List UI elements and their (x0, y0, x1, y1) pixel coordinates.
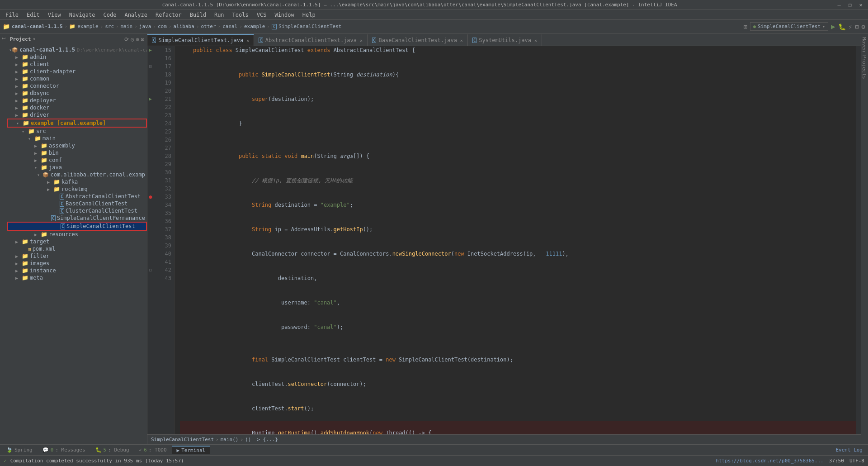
breadcrumb-canal[interactable]: canal (222, 24, 237, 29)
close-button[interactable]: ✕ (857, 2, 864, 8)
tree-item-src[interactable]: ▾ 📁 src (7, 128, 147, 135)
breadcrumb-alibaba[interactable]: alibaba (173, 24, 194, 29)
bottom-tab-terminal[interactable]: ▶ Terminal (172, 446, 210, 454)
tree-item-java[interactable]: ▾ 📁 java (7, 164, 147, 171)
run-config-name[interactable]: SimpleCanalClientTest (758, 24, 821, 29)
run-config-dropdown[interactable]: ▾ (822, 24, 825, 29)
expand-icon[interactable]: ⊡ (141, 36, 144, 43)
settings-icon[interactable]: ⚙ (136, 36, 139, 43)
debug-button[interactable]: 🐛 (838, 23, 846, 30)
breadcrumb-example2[interactable]: example (244, 24, 265, 29)
breadcrumb-lambda[interactable]: () -> {...} (245, 437, 278, 442)
tree-item-filter[interactable]: ▶ 📁 filter (7, 252, 147, 260)
menu-refactor[interactable]: Refactor (152, 11, 185, 19)
tree-item-images[interactable]: ▶ 📁 images (7, 260, 147, 267)
menu-window[interactable]: Window (271, 11, 297, 19)
menu-navigate[interactable]: Navigate (66, 11, 99, 19)
tab-abstract[interactable]: C AbstractCanalClientTest.java ✕ (254, 34, 368, 46)
tree-item-example[interactable]: ▾ 📁 example [canal.example] (7, 119, 147, 128)
tree-item-simple[interactable]: C SimpleCanalClientTest (7, 222, 147, 231)
bottom-tab-todo[interactable]: ✓ 6 : TODO (135, 446, 171, 454)
status-encoding[interactable]: UTF-8 (849, 458, 864, 464)
toolbar-icon-grid[interactable]: ⊞ (743, 23, 747, 30)
tree-item-abstract[interactable]: C AbstractCanalClientTest (7, 193, 147, 200)
project-dropdown[interactable]: ▾ (33, 36, 36, 42)
tree-item-assembly[interactable]: ▶ 📁 assembly (7, 142, 147, 149)
tree-item-meta[interactable]: ▶ 📁 meta (7, 274, 147, 281)
minimize-button[interactable]: — (835, 2, 843, 8)
editor-scrollbar[interactable] (856, 46, 861, 434)
more-run-button[interactable]: ⊞ (855, 23, 859, 30)
tab-close-abstract[interactable]: ✕ (360, 38, 363, 43)
tree-item-target[interactable]: ▶ 📁 target (7, 238, 147, 245)
event-log-button[interactable]: Event Log (832, 446, 866, 454)
tree-item-connector[interactable]: ▶ 📁 connector (7, 82, 147, 90)
tree-item-cluster[interactable]: C ClusterCanalClientTest (7, 207, 147, 214)
tree-item-docker[interactable]: ▶ 📁 docker (7, 104, 147, 111)
status-url[interactable]: https://blog.csdn.net/p00_3758365... (716, 458, 823, 464)
tab-close-simple[interactable]: ✕ (246, 38, 249, 43)
breadcrumb-project[interactable]: canal-canal-1.1.5 (12, 24, 63, 29)
tab-close-system[interactable]: ✕ (534, 38, 537, 43)
tree-root[interactable]: ▾ 📦 canal-canal-1.1.5 D:\work\ennwork\ca… (7, 46, 147, 53)
menu-build[interactable]: Build (186, 11, 210, 19)
tree-item-kafka[interactable]: ▶ 📁 kafka (7, 178, 147, 185)
menu-tools[interactable]: Tools (229, 11, 252, 19)
menu-analyze[interactable]: Analyze (121, 11, 151, 19)
bottom-tab-debug[interactable]: 🐛 5 : Debug (91, 446, 134, 454)
tree-item-rocketmq[interactable]: ▶ 📁 rocketmq (7, 185, 147, 193)
locate-icon[interactable]: ◎ (131, 36, 134, 43)
menu-help[interactable]: Help (299, 11, 319, 19)
breadcrumb-example[interactable]: example (77, 24, 98, 29)
maximize-button[interactable]: ❐ (846, 2, 854, 8)
menu-edit[interactable]: Edit (23, 11, 43, 19)
run-button[interactable]: ▶ (831, 22, 835, 31)
breadcrumb-method[interactable]: main() (221, 437, 239, 442)
breadcrumb-main[interactable]: main (121, 24, 133, 29)
breadcrumb-src[interactable]: src (105, 24, 114, 29)
tree-item-main[interactable]: ▾ 📁 main (7, 135, 147, 142)
tree-item-permance[interactable]: C SimpleCanalClientPermanance (7, 214, 147, 222)
breadcrumb-file[interactable]: SimpleCanalClientTest (278, 24, 341, 29)
tree-item-driver[interactable]: ▶ 📁 driver (7, 111, 147, 119)
breadcrumb-com[interactable]: com (158, 24, 167, 29)
project-side-icon[interactable]: 1 (1, 35, 6, 41)
breadcrumb-class[interactable]: SimpleCanalClientTest (151, 437, 214, 442)
menu-view[interactable]: View (44, 11, 65, 19)
coverage-button[interactable]: ⚡ (849, 23, 852, 30)
toolbar-more[interactable]: ⚙ (862, 23, 865, 30)
tree-item-client[interactable]: ▶ 📁 client (7, 61, 147, 68)
tree-item-deployer[interactable]: ▶ 📁 deployer (7, 97, 147, 104)
run-config-selector[interactable]: ● SimpleCanalClientTest ▾ (750, 22, 828, 31)
code-editor[interactable]: ▶15 16 ⊟17 18 19 20 ▶21 22 23 24 25 26 2… (147, 46, 861, 434)
tree-item-instance[interactable]: ▶ 📁 instance (7, 267, 147, 274)
tree-label-permance: SimpleCanalClientPermanance (57, 215, 145, 221)
tree-item-dbsync[interactable]: ▶ 📁 dbsync (7, 90, 147, 97)
tree-item-bin[interactable]: ▶ 📁 bin (7, 149, 147, 157)
maven-projects-label[interactable]: Maven Projects (861, 33, 868, 83)
menu-vcs[interactable]: VCS (253, 11, 270, 19)
sync-icon[interactable]: ⟳ (124, 36, 129, 43)
tree-label-src: src (36, 128, 46, 134)
tree-item-conf[interactable]: ▶ 📁 conf (7, 157, 147, 164)
tab-simple[interactable]: C SimpleCanalClientTest.java ✕ (147, 34, 254, 46)
tree-item-package[interactable]: ▾ 📦 com.alibaba.otter.canal.examp (7, 171, 147, 178)
tab-base[interactable]: C BaseCanalClientTest.java ✕ (368, 34, 468, 46)
tree-item-client-adapter[interactable]: ▶ 📁 client-adapter (7, 68, 147, 75)
tree-item-admin[interactable]: ▶ 📁 admin (7, 53, 147, 61)
menu-file[interactable]: File (2, 11, 22, 19)
tree-item-base[interactable]: C BaseCanalClientTest (7, 200, 147, 207)
breadcrumb-otter[interactable]: otter (201, 24, 216, 29)
project-icon[interactable]: 📁 (3, 23, 10, 30)
code-content[interactable]: public class SimpleCanalClientTest exten… (175, 46, 856, 434)
tab-system[interactable]: C SystemUtils.java ✕ (468, 34, 542, 46)
tree-item-common[interactable]: ▶ 📁 common (7, 75, 147, 82)
tab-close-base[interactable]: ✕ (460, 38, 463, 43)
bottom-tab-messages[interactable]: 💬 0 : Messages (38, 446, 90, 454)
menu-run[interactable]: Run (211, 11, 228, 19)
menu-code[interactable]: Code (100, 11, 120, 19)
tree-item-resources[interactable]: ▶ 📁 resources (7, 231, 147, 238)
breadcrumb-java[interactable]: java (139, 24, 151, 29)
tree-item-pom[interactable]: m pom.xml (7, 245, 147, 252)
bottom-tab-spring[interactable]: 🍃 Spring (2, 446, 37, 454)
